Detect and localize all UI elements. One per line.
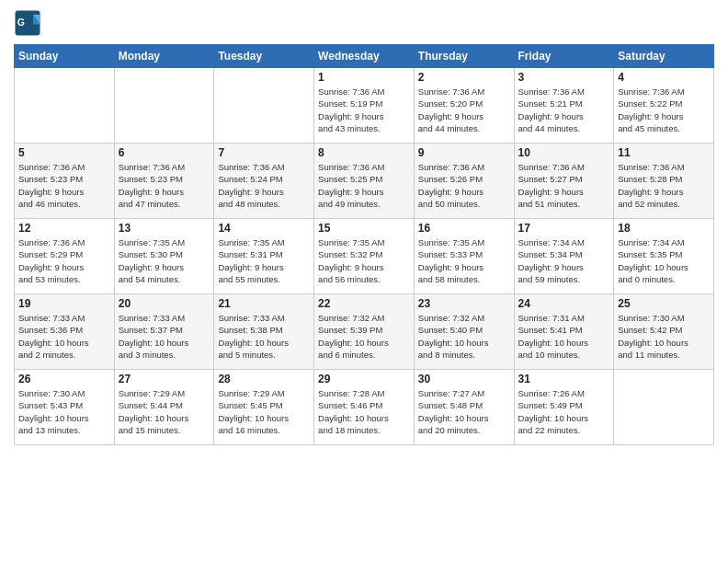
calendar-cell: 29Sunrise: 7:28 AM Sunset: 5:46 PM Dayli… [314, 370, 415, 445]
weekday-header-saturday: Saturday [614, 45, 714, 68]
day-info: Sunrise: 7:34 AM Sunset: 5:35 PM Dayligh… [618, 236, 710, 285]
calendar-cell: 14Sunrise: 7:35 AM Sunset: 5:31 PM Dayli… [214, 219, 314, 294]
day-info: Sunrise: 7:35 AM Sunset: 5:31 PM Dayligh… [218, 236, 310, 285]
calendar-cell: 21Sunrise: 7:33 AM Sunset: 5:38 PM Dayli… [214, 294, 314, 370]
day-number: 28 [218, 373, 310, 385]
weekday-header-sunday: Sunday [15, 45, 115, 68]
day-info: Sunrise: 7:32 AM Sunset: 5:40 PM Dayligh… [418, 312, 510, 361]
calendar-cell: 31Sunrise: 7:26 AM Sunset: 5:49 PM Dayli… [514, 370, 614, 445]
calendar-cell: 28Sunrise: 7:29 AM Sunset: 5:45 PM Dayli… [214, 370, 314, 445]
day-number: 13 [119, 222, 210, 235]
header: G [14, 9, 714, 37]
day-number: 11 [618, 146, 710, 159]
day-number: 16 [418, 222, 510, 235]
day-info: Sunrise: 7:29 AM Sunset: 5:44 PM Dayligh… [119, 387, 210, 436]
day-info: Sunrise: 7:28 AM Sunset: 5:46 PM Dayligh… [318, 387, 410, 436]
day-info: Sunrise: 7:33 AM Sunset: 5:36 PM Dayligh… [18, 312, 110, 361]
day-number: 9 [418, 146, 510, 159]
calendar-cell: 24Sunrise: 7:31 AM Sunset: 5:41 PM Dayli… [514, 294, 614, 370]
day-info: Sunrise: 7:36 AM Sunset: 5:20 PM Dayligh… [418, 86, 510, 134]
calendar-cell: 25Sunrise: 7:30 AM Sunset: 5:42 PM Dayli… [614, 294, 714, 370]
day-number: 22 [318, 297, 410, 310]
day-number: 26 [18, 373, 110, 385]
day-info: Sunrise: 7:36 AM Sunset: 5:29 PM Dayligh… [18, 236, 110, 285]
logo-icon: G [14, 9, 41, 37]
day-info: Sunrise: 7:36 AM Sunset: 5:21 PM Dayligh… [518, 86, 610, 134]
day-number: 12 [18, 222, 110, 235]
calendar-cell: 20Sunrise: 7:33 AM Sunset: 5:37 PM Dayli… [114, 294, 214, 370]
day-number: 25 [618, 297, 710, 310]
day-number: 3 [518, 71, 610, 84]
day-info: Sunrise: 7:36 AM Sunset: 5:25 PM Dayligh… [318, 161, 410, 210]
day-info: Sunrise: 7:35 AM Sunset: 5:32 PM Dayligh… [318, 236, 410, 285]
day-number: 23 [418, 297, 510, 310]
calendar-cell: 3Sunrise: 7:36 AM Sunset: 5:21 PM Daylig… [514, 68, 614, 144]
day-number: 29 [318, 373, 410, 385]
calendar-cell: 9Sunrise: 7:36 AM Sunset: 5:26 PM Daylig… [414, 144, 514, 219]
calendar-cell: 10Sunrise: 7:36 AM Sunset: 5:27 PM Dayli… [514, 144, 614, 219]
weekday-header-tuesday: Tuesday [214, 45, 314, 68]
calendar-cell: 16Sunrise: 7:35 AM Sunset: 5:33 PM Dayli… [414, 219, 514, 294]
calendar-cell: 19Sunrise: 7:33 AM Sunset: 5:36 PM Dayli… [15, 294, 115, 370]
day-number: 14 [218, 222, 310, 235]
calendar-table: SundayMondayTuesdayWednesdayThursdayFrid… [14, 44, 714, 445]
calendar-cell: 1Sunrise: 7:36 AM Sunset: 5:19 PM Daylig… [314, 68, 415, 144]
calendar-cell: 27Sunrise: 7:29 AM Sunset: 5:44 PM Dayli… [114, 370, 214, 445]
day-info: Sunrise: 7:33 AM Sunset: 5:38 PM Dayligh… [218, 312, 310, 361]
calendar-week-row: 12Sunrise: 7:36 AM Sunset: 5:29 PM Dayli… [15, 219, 714, 294]
day-number: 7 [218, 146, 310, 159]
day-number: 30 [418, 373, 510, 385]
calendar-cell: 11Sunrise: 7:36 AM Sunset: 5:28 PM Dayli… [614, 144, 714, 219]
calendar-week-row: 1Sunrise: 7:36 AM Sunset: 5:19 PM Daylig… [15, 68, 714, 144]
calendar-cell: 17Sunrise: 7:34 AM Sunset: 5:34 PM Dayli… [514, 219, 614, 294]
day-info: Sunrise: 7:26 AM Sunset: 5:49 PM Dayligh… [518, 387, 610, 436]
day-info: Sunrise: 7:36 AM Sunset: 5:23 PM Dayligh… [119, 161, 210, 210]
calendar-cell [114, 68, 214, 144]
calendar-week-row: 5Sunrise: 7:36 AM Sunset: 5:23 PM Daylig… [15, 144, 714, 219]
day-number: 15 [318, 222, 410, 235]
day-number: 24 [518, 297, 610, 310]
day-number: 2 [418, 71, 510, 84]
day-number: 19 [18, 297, 110, 310]
day-info: Sunrise: 7:36 AM Sunset: 5:24 PM Dayligh… [218, 161, 310, 210]
calendar-cell [15, 68, 115, 144]
calendar-cell: 23Sunrise: 7:32 AM Sunset: 5:40 PM Dayli… [414, 294, 514, 370]
calendar-cell: 2Sunrise: 7:36 AM Sunset: 5:20 PM Daylig… [414, 68, 514, 144]
day-info: Sunrise: 7:36 AM Sunset: 5:28 PM Dayligh… [618, 161, 710, 210]
day-number: 27 [119, 373, 210, 385]
day-info: Sunrise: 7:35 AM Sunset: 5:30 PM Dayligh… [119, 236, 210, 285]
calendar-cell [214, 68, 314, 144]
day-number: 10 [518, 146, 610, 159]
calendar-cell: 7Sunrise: 7:36 AM Sunset: 5:24 PM Daylig… [214, 144, 314, 219]
calendar-cell: 5Sunrise: 7:36 AM Sunset: 5:23 PM Daylig… [15, 144, 115, 219]
day-number: 21 [218, 297, 310, 310]
day-info: Sunrise: 7:36 AM Sunset: 5:19 PM Dayligh… [318, 86, 410, 134]
weekday-header-monday: Monday [114, 45, 214, 68]
day-info: Sunrise: 7:36 AM Sunset: 5:23 PM Dayligh… [18, 161, 110, 210]
weekday-header-friday: Friday [514, 45, 614, 68]
calendar-cell: 12Sunrise: 7:36 AM Sunset: 5:29 PM Dayli… [15, 219, 115, 294]
day-number: 17 [518, 222, 610, 235]
calendar-week-row: 19Sunrise: 7:33 AM Sunset: 5:36 PM Dayli… [15, 294, 714, 370]
day-info: Sunrise: 7:30 AM Sunset: 5:42 PM Dayligh… [618, 312, 710, 361]
day-info: Sunrise: 7:31 AM Sunset: 5:41 PM Dayligh… [518, 312, 610, 361]
day-info: Sunrise: 7:34 AM Sunset: 5:34 PM Dayligh… [518, 236, 610, 285]
logo: G [14, 9, 45, 37]
calendar-cell: 30Sunrise: 7:27 AM Sunset: 5:48 PM Dayli… [414, 370, 514, 445]
calendar-cell: 8Sunrise: 7:36 AM Sunset: 5:25 PM Daylig… [314, 144, 415, 219]
calendar-cell: 26Sunrise: 7:30 AM Sunset: 5:43 PM Dayli… [15, 370, 115, 445]
day-number: 20 [119, 297, 210, 310]
day-info: Sunrise: 7:30 AM Sunset: 5:43 PM Dayligh… [18, 387, 110, 436]
calendar-cell: 15Sunrise: 7:35 AM Sunset: 5:32 PM Dayli… [314, 219, 415, 294]
day-number: 8 [318, 146, 410, 159]
day-number: 18 [618, 222, 710, 235]
weekday-header-row: SundayMondayTuesdayWednesdayThursdayFrid… [15, 45, 714, 68]
page-container: G SundayMondayTuesdayWednesdayThursdayFr… [0, 0, 728, 454]
day-number: 1 [318, 71, 410, 84]
svg-text:G: G [17, 17, 25, 28]
calendar-cell: 4Sunrise: 7:36 AM Sunset: 5:22 PM Daylig… [614, 68, 714, 144]
day-number: 6 [119, 146, 210, 159]
calendar-cell: 22Sunrise: 7:32 AM Sunset: 5:39 PM Dayli… [314, 294, 415, 370]
day-number: 5 [18, 146, 110, 159]
calendar-cell [614, 370, 714, 445]
